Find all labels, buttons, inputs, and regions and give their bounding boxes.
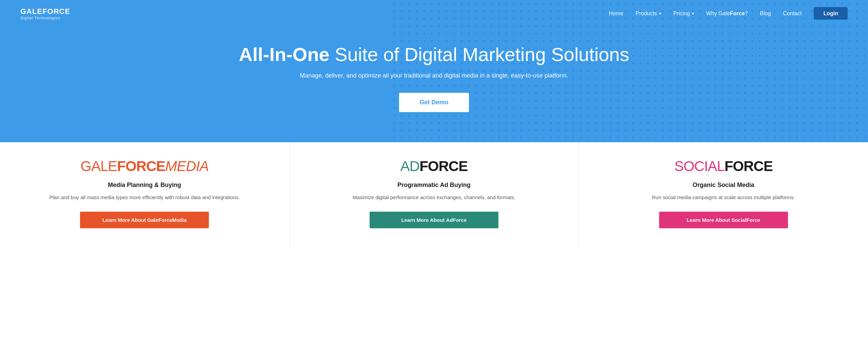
adforce-cta-button[interactable]: Learn More About AdForce <box>370 212 498 228</box>
btn-brand: Social <box>731 217 746 223</box>
adforce-logo: ADFORCE <box>400 159 468 173</box>
adforce-desc: Maximize digital performance across exch… <box>353 193 515 202</box>
nav-link-home[interactable]: Home <box>609 10 624 16</box>
nav-links: Home Products Pricing Why GaleForce? Blo… <box>609 10 848 17</box>
galeforcemedia-heading: Media Planning & Buying <box>108 182 181 189</box>
nav-item-products[interactable]: Products <box>636 10 661 17</box>
hero-title-light: Suite of Digital Marketing Solutions <box>330 44 629 65</box>
adforce-heading: Programmatic Ad Buying <box>397 182 470 189</box>
logo-text: GALEFORCE <box>20 7 70 16</box>
products-cards-section: GALEFORCEMEDIA Media Planning & Buying P… <box>0 142 868 249</box>
hero-subtitle: Manage, deliver, and optimize all your t… <box>300 72 568 79</box>
btn-prefix: Learn More About <box>102 217 147 223</box>
btn-suffix: Media <box>172 217 187 223</box>
nav-link-blog[interactable]: Blog <box>760 10 771 16</box>
logo-force-bold: FORCE <box>419 158 468 174</box>
galeforcemedia-logo: GALEFORCEMEDIA <box>80 159 209 173</box>
nav-item-why[interactable]: Why GaleForce? <box>706 10 748 17</box>
logo-force: FORCE <box>117 158 165 174</box>
logo-social: SOCIAL <box>674 158 725 174</box>
logo-media: MEDIA <box>165 158 209 174</box>
logo-force-sf: FORCE <box>725 158 773 174</box>
logo-bold: FORCE <box>42 7 70 16</box>
nav-item-login[interactable]: Login <box>814 10 848 17</box>
logo[interactable]: GALEFORCE Digital Technologies <box>20 7 70 20</box>
nav-link-contact[interactable]: Contact <box>783 10 802 16</box>
hero-title-bold: All-In-One <box>239 44 330 65</box>
socialforce-logo: SOCIALFORCE <box>674 159 773 173</box>
hero-cta-button[interactable]: Get Demo <box>399 93 469 112</box>
card-adforce: ADFORCE Programmatic Ad Buying Maximize … <box>290 142 579 249</box>
nav-item-pricing[interactable]: Pricing <box>673 10 694 17</box>
logo-ad: AD <box>400 158 419 174</box>
socialforce-cta-button[interactable]: Learn More About SocialForce <box>659 212 788 228</box>
logo-sub: Digital Technologies <box>20 16 70 20</box>
socialforce-heading: Organic Social Media <box>693 182 754 189</box>
logo-regular: GALE <box>20 7 42 16</box>
galeforcemedia-desc: Plan and buy all mass media types more e… <box>49 193 240 202</box>
card-galeforcemedia: GALEFORCEMEDIA Media Planning & Buying P… <box>0 142 290 249</box>
btn-brand: GaleForce <box>147 217 172 223</box>
btn-brand: Ad <box>446 217 453 223</box>
logo-gale: GALE <box>80 158 117 174</box>
btn-prefix: Learn More About <box>687 217 731 223</box>
btn-suffix: Force <box>453 217 467 223</box>
nav-link-pricing[interactable]: Pricing <box>673 10 694 17</box>
btn-prefix: Learn More About <box>401 217 446 223</box>
nav-link-why[interactable]: Why GaleForce? <box>706 10 748 16</box>
navbar: GALEFORCE Digital Technologies Home Prod… <box>0 0 868 27</box>
nav-item-contact[interactable]: Contact <box>783 10 802 17</box>
card-socialforce: SOCIALFORCE Organic Social Media Run soc… <box>579 142 868 249</box>
btn-suffix: Force <box>746 217 760 223</box>
hero-title: All-In-One Suite of Digital Marketing So… <box>239 44 629 65</box>
nav-link-products[interactable]: Products <box>636 10 661 17</box>
socialforce-desc: Run social media campaigns at scale acro… <box>652 193 795 202</box>
nav-item-home[interactable]: Home <box>609 10 624 17</box>
nav-item-blog[interactable]: Blog <box>760 10 771 17</box>
galeforcemedia-cta-button[interactable]: Learn More About GaleForceMedia <box>80 212 209 228</box>
nav-link-login[interactable]: Login <box>814 7 848 20</box>
